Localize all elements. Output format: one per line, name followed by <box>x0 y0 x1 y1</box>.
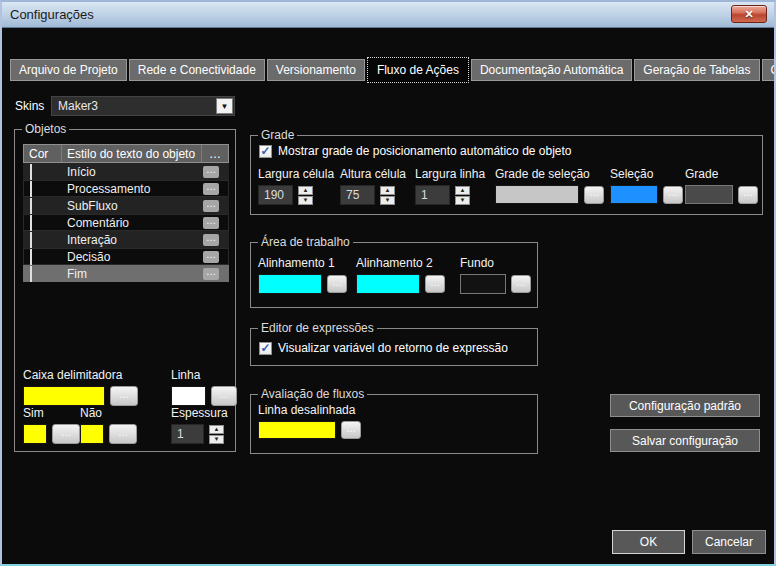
row-label: Decisão <box>61 250 203 264</box>
grade-cor-field: Grade … <box>685 167 758 204</box>
fundo-swatch[interactable] <box>460 274 506 294</box>
table-row-decisao[interactable]: Decisão … <box>23 248 229 265</box>
table-row-fim[interactable]: Fim … <box>23 265 229 282</box>
color-swatch[interactable] <box>30 215 32 231</box>
checkbox-checked-icon[interactable]: ✓ <box>259 145 272 158</box>
linha-desalinhada-field: Linha desalinhada … <box>258 403 361 439</box>
configuracao-padrao-button[interactable]: Configuração padrão <box>610 394 760 417</box>
tab-rede-e-conectividade[interactable]: Rede e Conectividade <box>129 59 265 81</box>
alinhamento-1-picker-button[interactable]: … <box>327 275 347 293</box>
grade-cor-label: Grade <box>685 167 758 181</box>
spinner-up-icon[interactable]: ▲ <box>380 186 395 195</box>
spinner-down-icon[interactable]: ▼ <box>209 435 224 444</box>
sim-picker-button[interactable]: … <box>52 424 80 444</box>
table-header-row: Cor Estilo do texto do objeto … <box>23 144 229 163</box>
table-row-comentario[interactable]: Comentário … <box>23 214 229 231</box>
nao-label: Não <box>80 406 137 420</box>
header-ellipsis-button[interactable]: … <box>202 145 228 162</box>
checkbox-checked-icon[interactable]: ✓ <box>259 342 272 355</box>
spinner-down-icon[interactable]: ▼ <box>455 196 470 205</box>
edit-style-button[interactable]: … <box>203 234 219 246</box>
linha-picker-button[interactable]: … <box>211 386 237 406</box>
objetos-group: Objetos Cor Estilo do texto do objeto … … <box>14 129 236 452</box>
table-row-interacao[interactable]: Interação … <box>23 231 229 248</box>
grade-cor-swatch[interactable] <box>685 185 733 204</box>
alinhamento-2-field: Alinhamento 2 … <box>356 256 445 294</box>
edit-style-button[interactable]: … <box>203 268 219 280</box>
chevron-down-icon[interactable]: ▼ <box>216 98 233 114</box>
linha-desalinhada-picker-button[interactable]: … <box>341 421 361 439</box>
nao-swatch[interactable] <box>80 424 104 444</box>
alinhamento-2-picker-button[interactable]: … <box>425 275 445 293</box>
table-row-subfluxo[interactable]: SubFluxo … <box>23 197 229 214</box>
spinner-up-icon[interactable]: ▲ <box>209 425 224 434</box>
fundo-picker-button[interactable]: … <box>511 275 531 293</box>
fundo-label: Fundo <box>460 256 531 270</box>
tab-fluxo-de-acoes[interactable]: Fluxo de Ações <box>367 57 469 83</box>
settings-window: Configurações ✕ Arquivo de Projeto Rede … <box>0 0 776 566</box>
edit-style-button[interactable]: … <box>203 183 219 195</box>
spinner-up-icon[interactable]: ▲ <box>298 186 313 195</box>
selecao-swatch[interactable] <box>610 185 658 204</box>
show-grid-checkbox[interactable]: ✓ Mostrar grade de posicionamento automá… <box>259 144 572 158</box>
window-title: Configurações <box>10 7 94 22</box>
altura-celula-spinner[interactable]: 75 ▲ ▼ <box>340 185 406 205</box>
color-swatch[interactable] <box>30 249 32 265</box>
grade-cor-picker-button[interactable]: … <box>738 186 758 204</box>
skins-select[interactable]: Maker3 ▼ <box>51 96 235 116</box>
ok-button[interactable]: OK <box>612 530 685 554</box>
edit-style-button[interactable]: … <box>203 200 219 212</box>
color-swatch[interactable] <box>30 198 32 214</box>
caixa-delimitadora-swatch[interactable] <box>23 386 105 406</box>
espessura-value[interactable]: 1 <box>171 424 204 444</box>
color-swatch[interactable] <box>30 164 32 180</box>
alinhamento-2-swatch[interactable] <box>356 274 420 294</box>
editor-de-expressoes-title: Editor de expressões <box>258 321 377 335</box>
edit-style-button[interactable]: … <box>203 251 219 263</box>
visualizar-variavel-checkbox[interactable]: ✓ Visualizar variável do retorno de expr… <box>259 341 508 355</box>
sim-swatch[interactable] <box>23 424 47 444</box>
avaliacao-de-fluxos-title: Avaliação de fluxos <box>258 387 367 401</box>
grade-de-selecao-swatch[interactable] <box>495 185 579 204</box>
largura-linha-value[interactable]: 1 <box>415 185 450 205</box>
skins-label: Skins <box>15 99 51 113</box>
cancelar-button[interactable]: Cancelar <box>692 530 766 554</box>
tab-outros[interactable]: Outros <box>762 59 776 81</box>
color-swatch[interactable] <box>30 232 32 248</box>
alinhamento-2-label: Alinhamento 2 <box>356 256 445 270</box>
altura-celula-value[interactable]: 75 <box>340 185 375 205</box>
avaliacao-de-fluxos-group: Avaliação de fluxos Linha desalinhada … <box>250 394 538 454</box>
grade-group: Grade ✓ Mostrar grade de posicionamento … <box>250 135 763 215</box>
salvar-configuracao-button[interactable]: Salvar configuração <box>610 429 760 452</box>
tab-arquivo-de-projeto[interactable]: Arquivo de Projeto <box>10 59 127 81</box>
tab-documentacao-automatica[interactable]: Documentação Automática <box>471 59 632 81</box>
visualizar-variavel-label: Visualizar variável do retorno de expres… <box>278 341 508 355</box>
table-row-inicio[interactable]: Início … <box>23 163 229 180</box>
espessura-field: Espessura 1 ▲ ▼ <box>171 406 228 444</box>
grade-de-selecao-label: Grade de seleção <box>495 167 604 181</box>
close-button[interactable]: ✕ <box>731 5 767 23</box>
spinner-down-icon[interactable]: ▼ <box>380 196 395 205</box>
edit-style-button[interactable]: … <box>203 217 219 229</box>
nao-picker-button[interactable]: … <box>109 424 137 444</box>
tab-geracao-de-tabelas[interactable]: Geração de Tabelas <box>634 59 759 81</box>
caixa-delimitadora-picker-button[interactable]: … <box>110 386 138 406</box>
color-swatch[interactable] <box>30 181 32 197</box>
skins-row: Skins Maker3 ▼ <box>15 96 235 116</box>
linha-desalinhada-swatch[interactable] <box>258 421 336 439</box>
linha-swatch[interactable] <box>171 386 206 406</box>
color-swatch[interactable] <box>30 266 32 282</box>
grade-de-selecao-picker-button[interactable]: … <box>584 186 604 204</box>
titlebar[interactable]: Configurações ✕ <box>2 2 774 28</box>
spinner-down-icon[interactable]: ▼ <box>298 196 313 205</box>
largura-celula-spinner[interactable]: 190 ▲ ▼ <box>258 185 334 205</box>
espessura-spinner[interactable]: 1 ▲ ▼ <box>171 424 228 444</box>
table-row-processamento[interactable]: Processamento … <box>23 180 229 197</box>
spinner-up-icon[interactable]: ▲ <box>455 186 470 195</box>
largura-linha-spinner[interactable]: 1 ▲ ▼ <box>415 185 485 205</box>
tab-versionamento[interactable]: Versionamento <box>267 59 365 81</box>
largura-celula-value[interactable]: 190 <box>258 185 293 205</box>
selecao-picker-button[interactable]: … <box>663 186 683 204</box>
alinhamento-1-swatch[interactable] <box>258 274 322 294</box>
edit-style-button[interactable]: … <box>203 166 219 178</box>
